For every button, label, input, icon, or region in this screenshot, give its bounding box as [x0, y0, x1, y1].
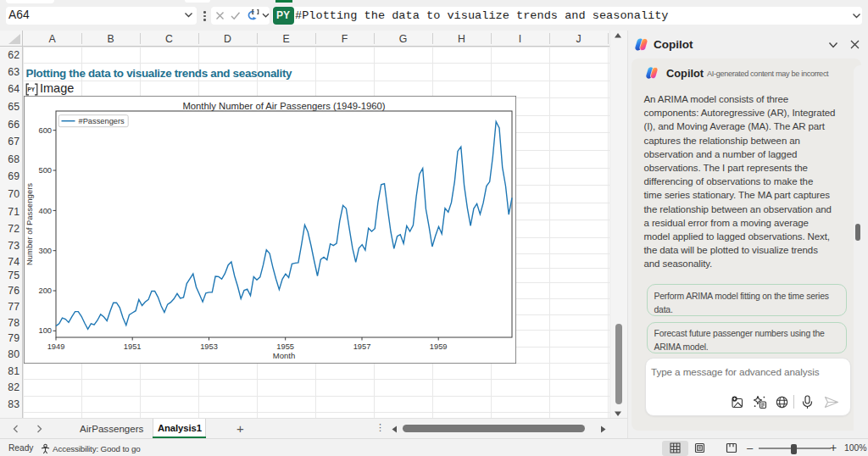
svg-text:1955: 1955: [276, 342, 294, 351]
svg-text:1949: 1949: [47, 342, 65, 351]
svg-text:1959: 1959: [430, 342, 448, 351]
svg-text:PY: PY: [28, 86, 36, 92]
svg-text:300: 300: [38, 247, 52, 255]
svg-text:100: 100: [38, 326, 52, 335]
svg-text:Number of Passengers: Number of Passengers: [25, 183, 34, 265]
svg-text:500: 500: [38, 166, 52, 175]
svg-text:Month: Month: [273, 351, 295, 360]
svg-text:Monthly Number of Air Passenge: Monthly Number of Air Passengers (1949-1…: [182, 101, 385, 111]
svg-text:1951: 1951: [124, 342, 142, 351]
svg-text:200: 200: [38, 286, 52, 295]
svg-text:#Passengers: #Passengers: [79, 117, 125, 125]
svg-text:1953: 1953: [200, 342, 218, 351]
svg-text:600: 600: [38, 126, 52, 135]
svg-text:1957: 1957: [353, 342, 371, 351]
svg-text:400: 400: [38, 207, 52, 215]
